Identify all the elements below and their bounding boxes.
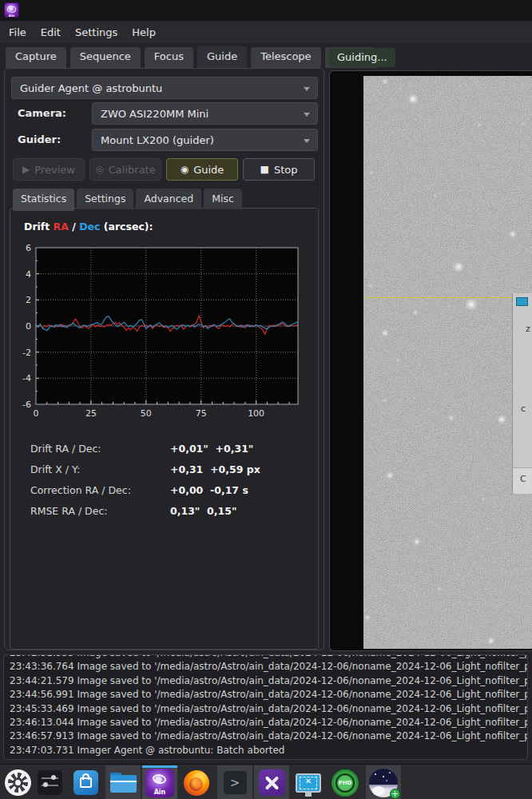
taskbar-firefox[interactable]	[179, 765, 214, 799]
tab-guide[interactable]: Guide	[197, 46, 247, 70]
star	[407, 93, 419, 105]
taskbar-discover[interactable]	[68, 765, 103, 799]
guider-agent-value: Guider Agent @ astrobuntu	[20, 82, 162, 94]
tab-focus[interactable]: Focus	[145, 47, 193, 68]
menubar: File Edit Settings Help	[0, 21, 532, 44]
star	[497, 415, 506, 424]
stat-value: 0,13" 0,15"	[170, 505, 236, 517]
taskbar-file-manager[interactable]	[105, 765, 141, 799]
log-line: 23:47:03.731 Imager Agent @ astrobuntu: …	[10, 744, 527, 757]
app-window-icon: Ain	[4, 2, 19, 18]
camera-label: Camera:	[18, 107, 66, 119]
zoom-overlay-panel[interactable]: z c C	[512, 293, 532, 494]
svg-text:2: 2	[26, 295, 31, 305]
guide-target-icon: ◉	[181, 165, 189, 174]
preview-label: Preview	[34, 164, 75, 176]
tab-sequence[interactable]: Sequence	[70, 47, 141, 68]
log-line: 23:46:57.913 Image saved to '/media/astr…	[10, 729, 527, 743]
menu-edit[interactable]: Edit	[34, 23, 68, 42]
tab-telescope[interactable]: Telescope	[251, 47, 320, 68]
preview-button[interactable]: ▶ Preview	[13, 158, 85, 181]
taskbar-phd2[interactable]: PHD	[328, 765, 363, 799]
star	[487, 637, 495, 645]
svg-text:-4: -4	[22, 373, 31, 384]
menu-settings[interactable]: Settings	[68, 23, 125, 42]
taskbar-terminal[interactable]: >	[217, 765, 252, 799]
svg-text:0: 0	[34, 408, 39, 419]
ra-label: RA	[54, 221, 69, 233]
guider-value: Mount LX200 (guider)	[101, 134, 214, 146]
taskbar-kstars[interactable]: +	[366, 765, 401, 799]
drift-chart-title: Drift RA / Dec (arcsec):	[24, 221, 153, 233]
star	[386, 471, 394, 479]
firefox-icon	[184, 770, 209, 796]
star	[368, 284, 373, 288]
guide-button[interactable]: ◉ Guide	[166, 158, 238, 181]
overlay-text-fragment: C	[520, 474, 526, 484]
star	[477, 122, 482, 127]
log-line: 23:43:36.764 Image saved to '/media/astr…	[10, 660, 527, 674]
guider-agent-select[interactable]: Guider Agent @ astrobuntu	[11, 77, 318, 99]
subtab-misc[interactable]: Misc	[204, 189, 242, 209]
taskbar-ain-imager[interactable]: Ain	[142, 765, 177, 799]
zoom-tool-icon[interactable]	[516, 297, 528, 306]
guider-camera-image[interactable]	[363, 76, 532, 649]
menu-help[interactable]: Help	[125, 23, 163, 42]
subtab-settings[interactable]: Settings	[77, 189, 133, 209]
log-line: 23:45:33.469 Image saved to '/media/astr…	[10, 702, 527, 716]
subtab-advanced[interactable]: Advanced	[136, 189, 201, 209]
stop-button[interactable]: ■ Stop	[243, 158, 315, 181]
menu-file[interactable]: File	[2, 23, 34, 42]
chevron-down-icon	[304, 139, 310, 143]
camera-select[interactable]: ZWO ASI220MM Mini	[92, 102, 318, 125]
star	[448, 415, 455, 421]
target-icon: ◎	[95, 165, 103, 174]
window-titlebar: Ain	[0, 0, 532, 21]
taskbar-toolbox[interactable]	[254, 765, 289, 799]
calibrate-button[interactable]: ◎ Calibrate	[89, 158, 161, 181]
taskbar-screenshot[interactable]	[291, 765, 326, 799]
subtab-statistics[interactable]: Statistics	[13, 189, 74, 211]
plus-badge: +	[390, 789, 400, 799]
star	[369, 170, 374, 175]
taskbar-kde-launcher[interactable]	[0, 765, 35, 799]
overlay-text-fragment: z	[526, 324, 530, 334]
app-icon-label: Ain	[4, 14, 19, 18]
taskbar: Ain > PHD +	[0, 764, 532, 799]
star	[437, 586, 442, 591]
svg-text:0: 0	[26, 321, 31, 332]
play-icon: ▶	[22, 165, 30, 174]
svg-text:25: 25	[85, 408, 97, 419]
overlay-text-fragment: c	[521, 403, 526, 414]
tools-icon	[259, 769, 285, 796]
ain-galaxy-icon: Ain	[145, 769, 174, 797]
drift-chart: -6-4-202460255075100	[21, 241, 305, 419]
star	[382, 78, 388, 85]
guiding-status-badge: Guiding...	[329, 48, 395, 67]
guide-reference-line	[363, 297, 514, 298]
stop-square-icon: ■	[260, 165, 269, 174]
guide-subtabbar: Statistics Settings Advanced Misc	[13, 189, 242, 209]
star	[381, 329, 389, 337]
svg-text:6: 6	[26, 243, 31, 253]
log-line: 23:42:51.955 Image saved to '/media/astr…	[10, 654, 527, 660]
taskbar-settings[interactable]	[32, 765, 67, 799]
chevron-down-icon	[304, 113, 310, 117]
stat-row-rmse: RMSE RA / Dec:0,13" 0,15"	[24, 493, 304, 517]
tab-capture[interactable]: Capture	[6, 47, 66, 68]
guide-label: Guide	[193, 164, 224, 176]
log-line: 23:44:21.579 Image saved to '/media/astr…	[10, 674, 527, 688]
kde-gear-icon	[5, 769, 31, 796]
star	[364, 614, 371, 621]
log-line: 23:44:56.991 Image saved to '/media/astr…	[10, 688, 527, 702]
star	[383, 398, 387, 403]
svg-text:50: 50	[141, 408, 152, 419]
camera-value: ZWO ASI220MM Mini	[101, 108, 208, 120]
guider-select[interactable]: Mount LX200 (guider)	[92, 129, 318, 151]
main-tabbar: Capture Sequence Focus Guide Telescope S…	[0, 44, 532, 68]
galaxy-swirl-icon	[6, 4, 18, 14]
star	[481, 497, 486, 502]
star	[395, 358, 400, 363]
log-panel: 23:42:51.955 Image saved to '/media/astr…	[3, 654, 528, 760]
star	[453, 261, 464, 272]
